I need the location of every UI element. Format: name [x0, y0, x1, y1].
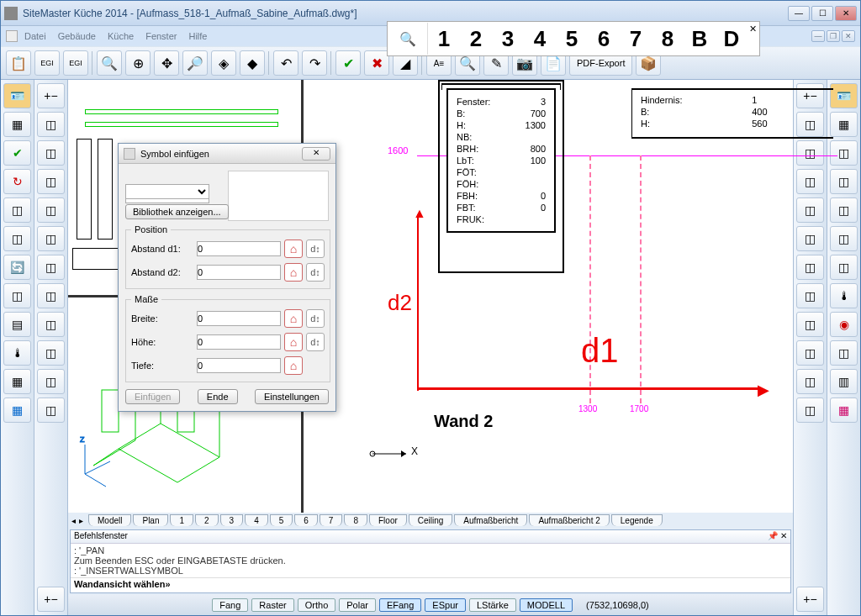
ltool-cube2-icon[interactable]: ◫	[3, 226, 31, 251]
tab-modell[interactable]: Modell	[88, 514, 131, 526]
tab-plan[interactable]: Plan	[133, 514, 168, 526]
tab-3[interactable]: 3	[220, 514, 244, 526]
rtool-box6-icon[interactable]: ◫	[830, 255, 858, 280]
dialog-close-button[interactable]: ✕	[302, 147, 330, 161]
menu-datei[interactable]: Datei	[24, 31, 46, 41]
mdi-minimize-button[interactable]: —	[811, 30, 825, 42]
cmd-close-icon[interactable]: ✕	[780, 531, 787, 540]
tool-zoom-extents-icon[interactable]: ⊕	[125, 50, 151, 76]
status-raster[interactable]: Raster	[251, 598, 293, 612]
tab-1[interactable]: 1	[170, 514, 193, 526]
tab-scroll-right[interactable]: ▸	[79, 516, 83, 525]
library-button[interactable]: Bibliothek anzeigen...	[125, 204, 229, 219]
tab-8[interactable]: 8	[344, 514, 367, 526]
status-efang[interactable]: EFang	[379, 598, 421, 612]
litool-5[interactable]: ◫	[37, 197, 65, 223]
view-5[interactable]: 5	[556, 26, 588, 52]
tool-egi1-icon[interactable]: EGI	[34, 50, 60, 76]
tiefe-pick-button[interactable]: ⌂	[284, 356, 303, 375]
tab-6[interactable]: 6	[294, 514, 318, 526]
view-6[interactable]: 6	[588, 26, 620, 52]
litool-12[interactable]: ◫	[37, 398, 65, 423]
d2-input[interactable]	[197, 265, 281, 280]
tool-cancel-icon[interactable]: ✖	[364, 50, 389, 76]
numstrip-close-button[interactable]: ✕	[747, 22, 759, 36]
tool-3dview-icon[interactable]: ◆	[240, 50, 265, 76]
ritool-plusminus[interactable]: +−	[796, 587, 824, 612]
litool-plusminus[interactable]: +−	[37, 587, 65, 612]
hoehe-input[interactable]	[197, 334, 281, 350]
rtool-circle-icon[interactable]: ◉	[830, 312, 858, 337]
maximize-button[interactable]: ☐	[811, 6, 833, 21]
rtool-box8-icon[interactable]: ▥	[830, 369, 858, 394]
tool-zoom-window-icon[interactable]: 🔍	[97, 50, 122, 76]
ritool-7[interactable]: ◫	[796, 255, 824, 280]
ltool-rotate-icon[interactable]: ↻	[3, 169, 31, 194]
tab-7[interactable]: 7	[320, 514, 343, 526]
ritool-4[interactable]: ◫	[796, 169, 824, 194]
ltool-cube3-icon[interactable]: ◫	[3, 283, 31, 308]
tool-3dorbit-icon[interactable]: ◈	[211, 50, 236, 76]
view-1[interactable]: 1	[428, 26, 460, 52]
tab-floor[interactable]: Floor	[369, 514, 407, 526]
tab-aufmassbericht2[interactable]: Aufmaßbericht 2	[529, 514, 609, 526]
d2-pick-button[interactable]: ⌂	[284, 263, 303, 282]
rtool-box5-icon[interactable]: ◫	[830, 226, 858, 251]
magnifier-icon[interactable]: 🔍	[388, 23, 428, 55]
ltool-thermo-icon[interactable]: 🌡	[3, 340, 31, 366]
hoehe-pick-button[interactable]: ⌂	[284, 333, 303, 351]
litool-3[interactable]: ◫	[37, 140, 65, 166]
litool-1[interactable]: +−	[37, 83, 65, 108]
tab-aufmassbericht[interactable]: Aufmaßbericht	[454, 514, 527, 526]
close-button[interactable]: ✕	[835, 6, 857, 21]
tool-egi2-icon[interactable]: EGI	[63, 50, 88, 76]
rtool-grid-icon[interactable]: ▦	[830, 398, 858, 423]
menu-gebaeude[interactable]: Gebäude	[58, 31, 96, 41]
mdi-close-button[interactable]: ✕	[842, 30, 855, 42]
tiefe-input[interactable]	[197, 358, 281, 373]
ltool-layers-icon[interactable]: ▦	[3, 369, 31, 394]
rtool-box4-icon[interactable]: ◫	[830, 197, 858, 223]
litool-8[interactable]: ◫	[37, 283, 65, 308]
ritool-5[interactable]: ◫	[796, 197, 824, 223]
ltool-refresh-icon[interactable]: 🔄	[3, 255, 31, 280]
tool-clipboard-icon[interactable]: 📋	[6, 50, 31, 76]
breite-measure-button[interactable]: d↕	[306, 309, 325, 328]
tab-5[interactable]: 5	[270, 514, 293, 526]
symbol-select-2[interactable]	[125, 184, 209, 199]
menu-fenster[interactable]: Fenster	[145, 31, 177, 41]
insert-button[interactable]: Einfügen	[125, 389, 180, 404]
breite-input[interactable]	[197, 311, 281, 326]
tab-4[interactable]: 4	[245, 514, 268, 526]
d1-measure-button[interactable]: d↕	[306, 240, 325, 258]
litool-6[interactable]: ◫	[37, 226, 65, 251]
ltool-box1-icon[interactable]: ▦	[3, 112, 31, 137]
ltool-check-icon[interactable]: ✔	[3, 140, 31, 166]
viewport-main[interactable]: 1600 Fenster:3B:700H:1300NB:BRH:800LbT:1…	[304, 80, 793, 513]
view-2[interactable]: 2	[460, 26, 492, 52]
d1-pick-button[interactable]: ⌂	[284, 240, 303, 258]
rtool-box2-icon[interactable]: ◫	[830, 140, 858, 166]
litool-2[interactable]: ◫	[37, 112, 65, 137]
tool-pan-icon[interactable]: ✥	[154, 50, 179, 76]
end-button[interactable]: Ende	[198, 389, 238, 404]
rtool-card-icon[interactable]: 🪪	[830, 83, 858, 108]
menu-kueche[interactable]: Küche	[108, 31, 134, 41]
rtool-box3-icon[interactable]: ◫	[830, 169, 858, 194]
tool-accept-icon[interactable]: ✔	[335, 50, 361, 76]
minimize-button[interactable]: —	[788, 6, 810, 21]
litool-4[interactable]: ◫	[37, 169, 65, 194]
view-4[interactable]: 4	[524, 26, 556, 52]
view-3[interactable]: 3	[492, 26, 524, 52]
ritool-8[interactable]: ◫	[796, 283, 824, 308]
d1-input[interactable]	[197, 241, 281, 256]
ltool-card-icon[interactable]: 🪪	[3, 83, 31, 108]
litool-10[interactable]: ◫	[37, 340, 65, 366]
command-prompt[interactable]: Wandansicht wählen»	[71, 577, 790, 592]
tool-zoom-icon[interactable]: 🔎	[182, 50, 208, 76]
mdi-restore-button[interactable]: ❐	[827, 30, 840, 42]
litool-7[interactable]: ◫	[37, 255, 65, 280]
breite-pick-button[interactable]: ⌂	[284, 309, 303, 328]
tool-redo-icon[interactable]: ↷	[302, 50, 327, 76]
tab-2[interactable]: 2	[195, 514, 219, 526]
